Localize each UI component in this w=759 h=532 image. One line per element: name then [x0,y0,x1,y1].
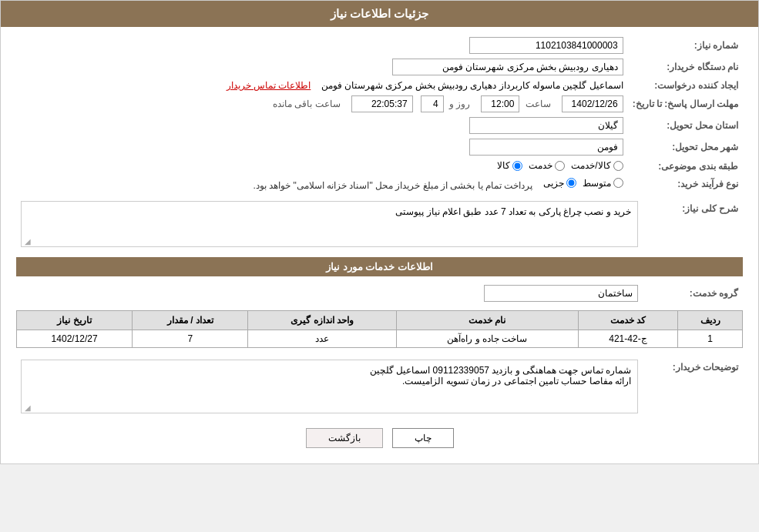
table-cell-namKhadamat: ساخت جاده و راه‌آهن [396,330,578,348]
chap-button[interactable]: چاپ [392,428,454,448]
noe-farayand-radio-group: متوسط جزیی [543,178,623,189]
nam-dastgah-value: دهیاری رودبیش بخش مرکزی شهرستان فومن [16,56,628,78]
shomare-niaz-value: 1102103841000003 [79,35,628,56]
row-groh-khadamat: گروه خدمت: ساختمان [16,283,743,304]
row-shomare-niaz: شماره نیاز: 1102103841000003 [16,35,743,56]
row-sharh-koli: شرح کلی نیاز: خرید و نصب چراغ پارکی به ت… [16,199,743,249]
col-tarikh: تاریخ نیاز [17,311,133,330]
etelaat-tamas-link[interactable]: اطلاعات تماس خریدار [227,80,311,91]
row-nam-dastgah: نام دستگاه خریدار: دهیاری رودبیش بخش مرک… [16,56,743,78]
tavazihat-value: شماره تماس جهت هماهنگی و بازدید 09112339… [16,357,643,416]
table-cell-kodKhadamat: ج-42-421 [578,330,677,348]
sharh-koli-text: خرید و نصب چراغ پارکی به تعداد 7 عدد طبق… [395,206,631,217]
service-table: ردیف کد خدمت نام خدمت واحد اندازه گیری ت… [16,310,743,348]
shomare-niaz-input[interactable]: 1102103841000003 [469,37,623,54]
radio-khadamat-input[interactable] [555,161,565,171]
shomare-niaz-label: شماره نیاز: [628,35,743,56]
service-table-body: 1ج-42-421ساخت جاده و راه‌آهنعدد71402/12/… [17,330,743,348]
baghimande-label: ساعت باقی مانده [273,99,341,109]
services-section-header: اطلاعات خدمات مورد نیاز [16,257,743,276]
tavazihat-box[interactable]: شماره تماس جهت هماهنگی و بازدید 09112339… [21,360,638,413]
radio-motavaset[interactable]: متوسط [583,178,623,189]
col-kod-khadamat: کد خدمت [578,311,677,330]
baghimande-input: 22:05:37 [351,95,413,112]
col-vahed: واحد اندازه گیری [248,311,396,330]
noe-farayand-desc: پرداخت تمام یا بخشی از مبلغ خریداز محل "… [253,179,532,190]
saat-input[interactable]: 12:00 [481,95,519,112]
tabaqe-label: طبقه بندی موضوعی: [628,158,743,176]
radio-motavaset-input[interactable] [613,178,623,188]
shahr-label: شهر محل تحویل: [628,136,743,158]
table-cell-vahed: عدد [248,330,396,348]
shahr-input[interactable]: فومن [469,139,623,156]
page-header: جزئیات اطلاعات نیاز [1,1,758,27]
tavazihat-section: توضیحات خریدار: شماره تماس جهت هماهنگی و… [16,357,743,416]
radio-jozi-input[interactable] [566,178,576,188]
noe-farayand-label: نوع فرآیند خرید: [628,176,743,193]
groh-khadamat-label: گروه خدمت: [643,283,743,304]
content-area: شماره نیاز: 1102103841000003 نام دستگاه … [1,27,758,463]
groh-khadamat-value: ساختمان [16,283,643,304]
sharh-koli-value: خرید و نصب چراغ پارکی به تعداد 7 عدد طبق… [16,199,643,249]
noe-farayand-value: متوسط جزیی پرداخت تمام یا بخشی از مبلغ خ… [16,176,628,193]
resize-handle-2: ◢ [23,403,31,411]
saat-label: ساعت [526,99,551,109]
mohlat-label: مهلت ارسال پاسخ: تا تاریخ: [628,93,743,115]
col-tedad: تعداد / مقدار [133,311,248,330]
page-title: جزئیات اطلاعات نیاز [331,7,428,20]
table-row: 1ج-42-421ساخت جاده و راه‌آهنعدد71402/12/… [17,330,743,348]
table-cell-radif: 1 [678,330,743,348]
sharh-koli-box[interactable]: خرید و نصب چراغ پارکی به تعداد 7 عدد طبق… [21,201,638,247]
resize-handle: ◢ [23,237,31,245]
rooz-label: روز و [449,99,470,109]
radio-kala-khadamat[interactable]: کالا/خدمت [571,160,623,171]
row-shahr: شهر محل تحویل: فومن [16,136,743,158]
row-tavazihat: توضیحات خریدار: شماره تماس جهت هماهنگی و… [16,357,743,416]
groh-khadamat-input[interactable]: ساختمان [484,285,638,302]
row-mohlat: مهلت ارسال پاسخ: تا تاریخ: 1402/12/26 سا… [16,93,743,115]
nam-dastgah-input: دهیاری رودبیش بخش مرکزی شهرستان فومن [392,59,623,75]
ostan-label: استان محل تحویل: [628,115,743,136]
ostan-value: گیلان [16,115,628,136]
rooz-input[interactable]: 4 [421,95,444,112]
radio-jozi[interactable]: جزیی [543,178,576,189]
tavazihat-text: شماره تماس جهت هماهنگی و بازدید 09112339… [370,365,631,386]
radio-kala-khadamat-input[interactable] [613,161,623,171]
col-radif: ردیف [678,311,743,330]
tavazihat-label: توضیحات خریدار: [643,357,743,416]
shahr-value: فومن [16,136,628,158]
date-input[interactable]: 1402/12/26 [562,95,623,112]
table-cell-tedad: 7 [133,330,248,348]
groh-khadamat-grid: گروه خدمت: ساختمان [16,283,743,304]
ijad-konande-value: اسماعیل گلچین ماسوله کاربرداز دهیاری رود… [16,78,628,93]
tabaqe-radios: کالا/خدمت خدمت کالا [16,158,628,176]
mohlat-value: 1402/12/26 ساعت 12:00 روز و 4 22:05:37 س… [16,93,628,115]
sharh-koli-section: شرح کلی نیاز: خرید و نصب چراغ پارکی به ت… [16,199,743,249]
radio-kala-input[interactable] [512,161,522,171]
page-wrapper: جزئیات اطلاعات نیاز شماره نیاز: 11021038… [0,0,759,464]
service-table-header-row: ردیف کد خدمت نام خدمت واحد اندازه گیری ت… [17,311,743,330]
radio-khadamat[interactable]: خدمت [529,160,565,171]
buttons-row: چاپ بازگشت [16,428,743,448]
nam-dastgah-label: نام دستگاه خریدار: [628,56,743,78]
ijad-konande-text: اسماعیل گلچین ماسوله کاربرداز دهیاری رود… [321,80,623,91]
sharh-koli-label: شرح کلی نیاز: [643,199,743,249]
row-ijad-konande: ایجاد کننده درخواست: اسماعیل گلچین ماسول… [16,78,743,93]
row-tabaqe: طبقه بندی موضوعی: کالا/خدمت خدمت کالا [16,158,743,176]
row-noe-farayand: نوع فرآیند خرید: متوسط جزیی پرداخت تمام … [16,176,743,193]
ostan-input[interactable]: گیلان [469,117,623,134]
bazgasht-button[interactable]: بازگشت [306,428,383,448]
service-table-header: ردیف کد خدمت نام خدمت واحد اندازه گیری ت… [17,311,743,330]
table-cell-tarikh: 1402/12/27 [17,330,133,348]
tabaqe-radio-group: کالا/خدمت خدمت کالا [497,160,623,171]
info-grid: شماره نیاز: 1102103841000003 نام دستگاه … [16,35,743,192]
ijad-konande-label: ایجاد کننده درخواست: [628,78,743,93]
row-ostan: استان محل تحویل: گیلان [16,115,743,136]
col-nam-khadamat: نام خدمت [396,311,578,330]
radio-kala[interactable]: کالا [497,160,522,171]
